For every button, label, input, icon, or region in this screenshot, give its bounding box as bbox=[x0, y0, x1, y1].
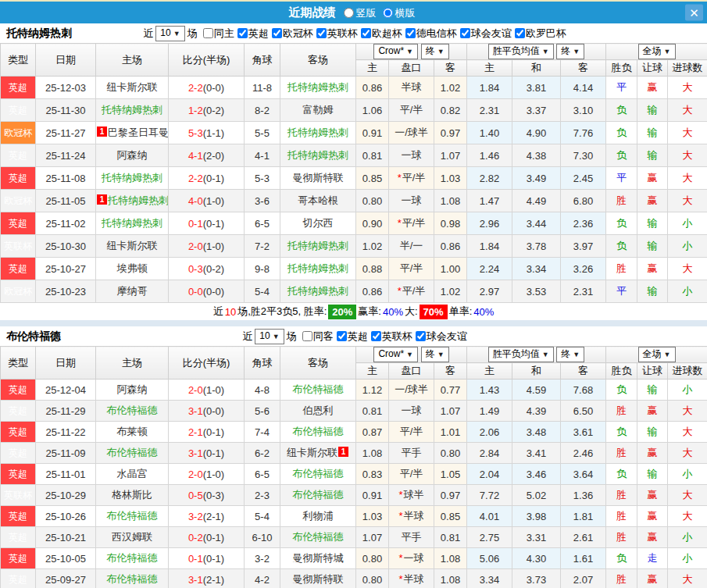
asia-home-odds: 0.83 bbox=[356, 464, 389, 485]
euro-home-odds: 7.72 bbox=[467, 485, 512, 506]
asia-away-odds: 1.08 bbox=[434, 548, 467, 569]
asia-final-select[interactable]: 终▼ bbox=[421, 347, 449, 362]
asia-handicap: 一/球半 bbox=[389, 380, 434, 401]
euro-home-odds: 1.46 bbox=[467, 144, 512, 167]
asia-away-odds: 0.80 bbox=[434, 443, 467, 464]
same-venue-checkbox[interactable] bbox=[302, 331, 312, 341]
summary-row: 近10场,胜2平3负5, 胜率:20%赢率:40%大:70%单率:40% bbox=[0, 303, 707, 320]
league-checkbox[interactable] bbox=[460, 28, 470, 38]
league-checkbox[interactable] bbox=[416, 331, 426, 341]
layout-option-vertical[interactable]: 竖版 bbox=[344, 7, 377, 19]
col-type: 类型 bbox=[1, 347, 36, 380]
col-euro-draw: 和 bbox=[512, 363, 561, 380]
asia-home-odds: 1.08 bbox=[356, 443, 389, 464]
single-rate-label: 单率: bbox=[449, 305, 473, 319]
corners: 7-2 bbox=[245, 235, 280, 258]
league-badge: 英超 bbox=[1, 569, 36, 588]
euro-draw-odds: 3.41 bbox=[512, 443, 561, 464]
league-checkbox[interactable] bbox=[237, 28, 248, 38]
asia-handicap-text: 球半 bbox=[404, 489, 424, 501]
layout-radio-vertical[interactable] bbox=[344, 8, 354, 18]
asterisk-marker-icon: * bbox=[398, 489, 402, 501]
fulltime-score: 5-3 bbox=[188, 127, 203, 139]
away-team-name: 曼彻斯特城 bbox=[293, 552, 344, 564]
asia-final-select[interactable]: 终▼ bbox=[421, 44, 449, 59]
asia-handicap: 一/球半 bbox=[389, 122, 434, 144]
league-checkbox[interactable] bbox=[337, 331, 347, 341]
match-count-select[interactable]: 10▼ bbox=[255, 329, 284, 344]
match-count-select[interactable]: 10▼ bbox=[155, 26, 184, 41]
asia-handicap: *球半 bbox=[389, 485, 434, 506]
corners: 9-8 bbox=[245, 258, 280, 280]
league-checkbox[interactable] bbox=[272, 28, 282, 38]
col-away: 客场 bbox=[280, 44, 356, 77]
match-row: 英超25-11-08托特纳姆热刺2-2(0-1)5-3曼彻斯特联0.85*平/半… bbox=[1, 167, 707, 190]
handicap-result-cell: 赢 bbox=[637, 485, 668, 506]
euro-home-odds: 1.84 bbox=[467, 77, 512, 99]
league-checkbox-label: 德电信杯 bbox=[416, 27, 457, 41]
handicap-result-cell: 输 bbox=[637, 235, 668, 258]
fulltime-score: 2-2 bbox=[188, 82, 203, 94]
goals-result-cell: 大 bbox=[668, 569, 707, 588]
euro-home-odds: 4.01 bbox=[467, 506, 512, 527]
home-team: 布伦特福德 bbox=[96, 506, 169, 527]
layout-option-horizontal[interactable]: 横版 bbox=[383, 7, 416, 19]
home-team-name: 托特纳姆热刺 bbox=[108, 194, 169, 206]
match-date: 25-09-27 bbox=[36, 569, 96, 588]
same-venue-checkbox[interactable] bbox=[203, 28, 213, 38]
league-checkbox[interactable] bbox=[405, 28, 416, 38]
league-badge: 英联杯 bbox=[1, 485, 36, 506]
euro-away-odds: 3.64 bbox=[561, 464, 606, 485]
odds-book-select[interactable]: Crow*▼ bbox=[373, 347, 418, 362]
fulltime-score: 2-2 bbox=[188, 173, 203, 184]
col-type: 类型 bbox=[1, 44, 36, 77]
asia-away-odds: 1.02 bbox=[434, 77, 467, 99]
asia-handicap: *半球 bbox=[389, 506, 434, 527]
odds-book-select[interactable]: Crow*▼ bbox=[373, 44, 418, 59]
team-name: 布伦特福德 bbox=[6, 330, 61, 344]
avg-odds-select[interactable]: 胜平负均值▼ bbox=[488, 347, 554, 362]
corners: 5-3 bbox=[245, 167, 280, 190]
euro-away-odds: 2.31 bbox=[561, 280, 606, 303]
layout-radio-horizontal[interactable] bbox=[383, 8, 393, 18]
fulltime-score: 0-2 bbox=[188, 532, 203, 543]
match-date: 25-10-27 bbox=[36, 258, 96, 280]
home-team-name: 巴黎圣日耳曼 bbox=[108, 127, 169, 138]
away-team: 曼彻斯特城 bbox=[280, 548, 356, 569]
corners: 5-4 bbox=[245, 506, 280, 527]
league-checkbox[interactable] bbox=[361, 28, 371, 38]
away-team-name: 布伦特福德 bbox=[293, 468, 344, 479]
away-team: 利物浦 bbox=[280, 506, 356, 527]
scope-select[interactable]: 全场▼ bbox=[638, 44, 676, 59]
handicap-result-cell: 赢 bbox=[637, 77, 668, 99]
asia-home-odds: 0.91 bbox=[356, 122, 389, 144]
avg-odds-select[interactable]: 胜平负均值▼ bbox=[488, 44, 554, 59]
home-team: 布莱顿 bbox=[96, 422, 169, 443]
match-date: 25-11-30 bbox=[36, 99, 96, 122]
league-checkbox[interactable] bbox=[515, 28, 525, 38]
corners: 4-1 bbox=[245, 144, 280, 167]
home-team-name: 纽卡斯尔联 bbox=[107, 81, 158, 93]
euro-final-select[interactable]: 终▼ bbox=[556, 44, 584, 59]
filter-bar: 托特纳姆热刺近10▼场同主英超欧冠杯英联杯欧超杯德电信杯球会友谊欧罗巴杯 bbox=[0, 23, 707, 43]
away-team: 布伦特福德 bbox=[280, 485, 356, 506]
fulltime-score: 3-1 bbox=[188, 447, 203, 459]
match-date: 25-10-29 bbox=[36, 485, 96, 506]
close-icon[interactable]: ✕ bbox=[685, 5, 703, 21]
outcome-cell: 胜 bbox=[606, 506, 637, 527]
scope-select[interactable]: 全场▼ bbox=[638, 347, 676, 362]
league-checkbox[interactable] bbox=[316, 28, 327, 38]
euro-final-select[interactable]: 终▼ bbox=[556, 347, 584, 362]
asterisk-marker-icon: * bbox=[398, 172, 402, 184]
handicap-result-cell: 走 bbox=[637, 548, 668, 569]
asterisk-marker-icon: * bbox=[398, 573, 402, 585]
goals-result-cell: 大 bbox=[668, 99, 707, 122]
fulltime-score: 2-0 bbox=[188, 384, 203, 396]
handicap-result-cell: 输 bbox=[637, 144, 668, 167]
score-cell: 0-2(0-1) bbox=[169, 527, 245, 548]
euro-away-odds: 6.80 bbox=[561, 190, 606, 212]
league-checkbox[interactable] bbox=[371, 331, 381, 341]
outcome-cell: 胜 bbox=[606, 485, 637, 506]
avg-odds-select-value: 胜平负均值 bbox=[493, 348, 540, 359]
league-checkbox-label: 球会友谊 bbox=[471, 27, 512, 41]
